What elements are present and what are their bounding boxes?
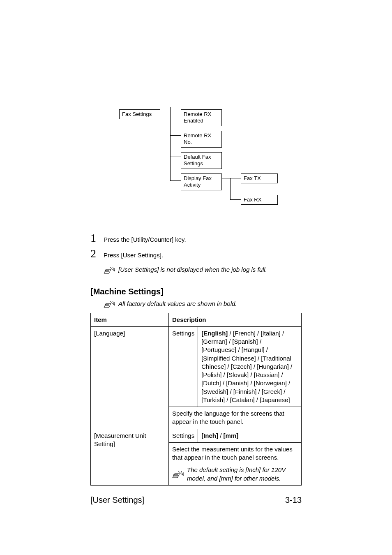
note-icon — [104, 300, 115, 309]
bold-default: [Inch] — [201, 432, 218, 439]
flowchart: Fax Settings Remote RX Enabled Remote RX… — [119, 107, 302, 214]
flow-box-remote-rx-no: Remote RX No. — [181, 131, 222, 148]
step-2: 2 Press [User Settings]. — [90, 246, 302, 261]
note-row: All factory default values are shown in … — [104, 300, 302, 309]
flow-box-fax-rx: Fax RX — [241, 195, 278, 205]
cell-settings-value: [Inch] / [mm] — [198, 429, 302, 442]
col-item: Item — [91, 313, 169, 326]
note-icon — [104, 266, 115, 275]
step-text: Press the [Utility/Counter] key. — [104, 236, 186, 244]
note-row: [User Settings] is not displayed when th… — [104, 266, 302, 275]
cell-settings-value: [English] / [French] / [Italian] / [Germ… — [198, 326, 302, 407]
page-footer: [User Settings] 3-13 — [90, 491, 302, 506]
bold-default: [mm] — [224, 432, 239, 439]
cell-item-language: [Language] — [91, 326, 169, 429]
flow-box-fax-settings: Fax Settings — [119, 109, 160, 119]
step-number: 1 — [90, 230, 104, 246]
note-text: [User Settings] is not displayed when th… — [118, 266, 267, 274]
step-number: 2 — [90, 246, 104, 261]
flow-box-default-fax-settings: Default Fax Settings — [181, 152, 222, 169]
cell-description: Select the measurement units for the val… — [169, 442, 302, 485]
note-text: The default setting is [Inch] for 120V m… — [187, 466, 298, 483]
cell-description: Specify the language for the screens tha… — [169, 407, 302, 429]
table-row: [Measurement Unit Setting] Settings [Inc… — [91, 429, 302, 442]
note-text: All factory default values are shown in … — [118, 300, 237, 308]
col-description: Description — [169, 313, 302, 326]
step-text: Press [User Settings]. — [104, 251, 163, 259]
footer-right: 3-13 — [285, 495, 302, 506]
section-heading-machine-settings: [Machine Settings] — [90, 286, 302, 297]
footer-left: [User Settings] — [90, 495, 144, 506]
settings-rest: / [French] / [Italian] / [German] / [Spa… — [201, 330, 292, 403]
bold-default: [English] — [201, 330, 228, 337]
steps: 1 Press the [Utility/Counter] key. 2 Pre… — [90, 230, 302, 275]
settings-mid: / — [218, 432, 224, 439]
note-row: The default setting is [Inch] for 120V m… — [172, 466, 298, 483]
cell-settings-label: Settings — [169, 429, 198, 442]
flow-box-fax-tx: Fax TX — [241, 173, 278, 183]
desc-text: Select the measurement units for the val… — [172, 445, 298, 462]
settings-table: Item Description [Language] Settings [En… — [90, 313, 302, 486]
flow-box-remote-rx-enabled: Remote RX Enabled — [181, 109, 222, 126]
note-icon — [172, 470, 184, 479]
cell-settings-label: Settings — [169, 326, 198, 407]
cell-item-measurement: [Measurement Unit Setting] — [91, 429, 169, 485]
flow-box-display-fax-activity: Display Fax Activity — [181, 173, 222, 190]
step-1: 1 Press the [Utility/Counter] key. — [90, 230, 302, 246]
table-header-row: Item Description — [91, 313, 302, 326]
table-row: [Language] Settings [English] / [French]… — [91, 326, 302, 407]
